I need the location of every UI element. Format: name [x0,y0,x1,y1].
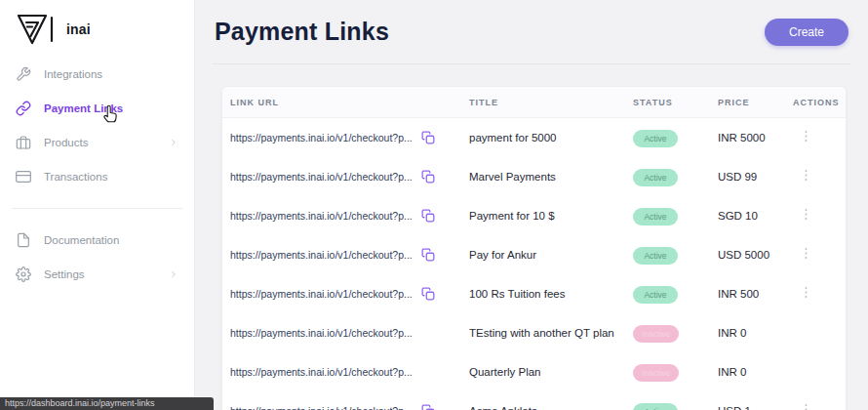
table-row: https://payments.inai.io/v1/checkout?p..… [222,196,846,235]
link-url-cell: https://payments.inai.io/v1/checkout?p..… [230,326,469,340]
payment-link-url[interactable]: https://payments.inai.io/v1/checkout?p..… [230,249,413,261]
copy-icon[interactable] [421,209,435,223]
brand-logo[interactable]: inai [0,0,194,47]
create-button[interactable]: Create [765,19,848,46]
link-url-cell: https://payments.inai.io/v1/checkout?p..… [230,209,469,223]
table-row: https://payments.inai.io/v1/checkout?p..… [222,352,846,391]
payment-link-title: TEsting with another QT plan [469,327,633,339]
column-header: Actions [793,98,846,107]
price-value: SGD 10 [718,210,793,222]
sidebar-item-integrations[interactable]: Integrations [0,57,194,91]
status-cell: Active [633,167,718,186]
payment-link-url[interactable]: https://payments.inai.io/v1/checkout?p..… [230,366,413,378]
wrench-icon [16,66,31,82]
sidebar-item-label: Documentation [44,234,166,246]
copy-icon[interactable] [421,287,435,301]
gear-icon [16,266,31,282]
row-actions-menu[interactable] [793,285,846,303]
status-badge: Inactive [633,325,679,343]
table-row: https://payments.inai.io/v1/checkout?p..… [222,157,846,196]
sidebar-item-label: Settings [44,268,156,280]
payment-link-url[interactable]: https://payments.inai.io/v1/checkout?p..… [230,210,413,222]
briefcase-icon [16,135,31,150]
status-badge: Active [633,169,678,186]
table-row: https://payments.inai.io/v1/checkout?p..… [222,313,846,352]
status-cell: Inactive [633,323,718,343]
page-header: Payment Links Create [213,0,850,64]
sidebar-item-label: Integrations [44,68,166,80]
chevron-right-icon [169,138,178,147]
sidebar-item-label: Payment Links [44,102,166,114]
link-url-cell: https://payments.inai.io/v1/checkout?p..… [230,248,469,262]
card-icon [16,169,31,184]
copy-icon[interactable] [421,248,435,262]
sidebar-item-payment-links[interactable]: Payment Links [0,91,194,125]
payment-link-url[interactable]: https://payments.inai.io/v1/checkout?p..… [230,405,413,410]
column-header: Price [718,98,793,107]
row-actions-menu[interactable] [793,129,846,146]
table-row: https://payments.inai.io/v1/checkout?p..… [222,118,846,157]
payment-link-title: Quarterly Plan [469,366,633,378]
status-badge: Active [633,130,678,147]
payment-link-title: Acme Anklets [469,405,633,410]
link-url-cell: https://payments.inai.io/v1/checkout?p..… [230,404,469,410]
payment-link-title: payment for 5000 [469,132,633,144]
sidebar-item-transactions[interactable]: Transactions [0,159,194,193]
sidebar-item-settings[interactable]: Settings [0,257,194,291]
status-cell: Active [633,245,718,265]
link-url-cell: https://payments.inai.io/v1/checkout?p..… [230,131,469,144]
table-row: https://payments.inai.io/v1/checkout?p..… [222,391,846,410]
payment-link-url[interactable]: https://payments.inai.io/v1/checkout?p..… [230,327,413,339]
sidebar-item-label: Products [44,137,156,148]
price-value: USD 99 [718,171,793,183]
status-cell: Active [633,206,718,226]
copy-icon[interactable] [421,170,435,184]
chevron-right-icon [169,269,178,279]
sidebar-divider [12,208,182,209]
price-value: INR 500 [718,288,793,300]
link-url-cell: https://payments.inai.io/v1/checkout?p..… [230,170,469,184]
payment-link-title: 100 Rs Tuition fees [469,288,633,300]
status-cell: Inactive [633,362,718,382]
sidebar-item-documentation[interactable]: Documentation [0,223,194,257]
payment-link-url[interactable]: https://payments.inai.io/v1/checkout?p..… [230,171,413,183]
link-url-cell: https://payments.inai.io/v1/checkout?p..… [230,287,469,301]
page-title: Payment Links [215,18,389,46]
link-icon [16,101,31,116]
status-badge: Active [633,403,678,410]
status-cell: Active [633,284,718,304]
payment-link-title: Payment for 10 $ [469,210,633,222]
sidebar-item-products[interactable]: Products [0,125,194,159]
row-actions-menu[interactable] [793,246,846,264]
copy-icon[interactable] [421,404,435,410]
payment-links-table: Link URLTitleStatusPriceActions https://… [221,86,847,410]
payment-link-title: Pay for Ankur [469,249,633,261]
brand-name: inai [66,21,91,37]
copy-icon[interactable] [421,131,435,144]
column-header: Status [633,98,718,107]
payment-link-url[interactable]: https://payments.inai.io/v1/checkout?p..… [230,132,413,144]
sidebar: inai Integrations Payment Links Products… [0,0,195,410]
main-content: Payment Links Create Link URLTitleStatus… [195,0,868,410]
status-badge: Active [633,286,678,304]
price-value: INR 0 [718,327,793,339]
status-badge: Active [633,247,678,265]
table-body: https://payments.inai.io/v1/checkout?p..… [222,118,846,410]
status-badge: Inactive [633,364,679,382]
price-value: USD 5000 [718,249,793,261]
price-value: INR 0 [718,366,793,378]
sidebar-item-label: Transactions [44,171,166,183]
link-url-cell: https://payments.inai.io/v1/checkout?p..… [230,365,469,379]
row-actions-menu[interactable] [793,207,846,225]
row-actions-menu[interactable] [793,168,846,185]
table-row: https://payments.inai.io/v1/checkout?p..… [222,274,846,313]
column-header: Title [469,98,633,107]
payment-link-url[interactable]: https://payments.inai.io/v1/checkout?p..… [230,288,413,300]
table-header-row: Link URLTitleStatusPriceActions [222,87,846,118]
payment-link-title: Marvel Payments [469,171,633,183]
inai-logo-icon [16,13,60,46]
sidebar-footer-nav: Documentation Settings [0,223,194,291]
status-cell: Active [633,401,718,410]
sidebar-nav: Integrations Payment Links Products Tran… [0,57,194,193]
row-actions-menu[interactable] [793,402,846,410]
